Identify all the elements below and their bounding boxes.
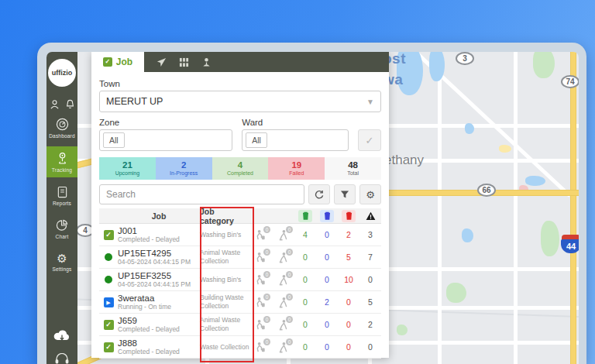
apply-filter-button[interactable]: ✓ <box>358 129 381 151</box>
map-park <box>397 325 408 335</box>
worker-sweep-icon: 0 <box>277 252 289 263</box>
ward-chip[interactable]: All <box>246 132 267 148</box>
worker-cart-icon: 0 <box>255 342 267 353</box>
jobs-table: Job Job category ✓ J001Completed - Delay… <box>99 208 381 359</box>
uffizio-logo: uffizio <box>48 59 76 87</box>
search-input[interactable] <box>99 184 304 204</box>
map-water <box>429 52 445 81</box>
sidebar-item-reports[interactable]: Reports <box>46 180 77 211</box>
tab-person-pin-icon[interactable] <box>201 57 212 67</box>
report-document-icon <box>57 186 68 198</box>
tracking-pin-icon <box>57 152 68 165</box>
status-completed-icon: ✓ <box>104 230 114 240</box>
table-row[interactable]: ✓ J888Completed - Delayed Waste Collecti… <box>99 336 381 359</box>
table-header-row: Job Job category <box>99 208 381 224</box>
map-park <box>446 283 466 303</box>
job-panel: ✓ Job Town MEERU <box>91 52 389 358</box>
ward-label: Ward <box>242 118 349 127</box>
zone-select[interactable]: All <box>99 129 232 151</box>
sidebar-item-chart[interactable]: Chart <box>46 214 77 244</box>
table-row[interactable]: ✓ J001Completed - Delayed Washing Bin's … <box>99 224 381 246</box>
status-summary-bar: 21 Upcoming 2 In-Progress 4 Completed 19… <box>99 157 381 180</box>
map-poi-area <box>499 145 511 153</box>
map-canvas[interactable]: ost wa ethany 3 74 66 4 44 uffizio <box>46 52 579 364</box>
map-water <box>462 228 473 242</box>
status-completed-icon: ✓ <box>104 320 114 330</box>
stat-in-progress[interactable]: 2 In-Progress <box>156 157 212 180</box>
panel-tabbar: ✓ Job <box>91 52 389 72</box>
status-completed-icon: ✓ <box>104 342 114 352</box>
blue-bin-icon <box>320 210 334 222</box>
worker-cart-icon: 0 <box>255 229 267 241</box>
dashboard-icon <box>56 118 69 131</box>
green-bin-icon <box>298 210 312 222</box>
map-road <box>514 52 518 364</box>
town-label: Town <box>99 79 381 88</box>
table-row[interactable]: UP15EF325504-05-2024 04:44:15 PM Washing… <box>99 269 381 291</box>
worker-sweep-icon: 0 <box>277 319 289 331</box>
refresh-button[interactable] <box>308 184 330 204</box>
cloud-download-icon[interactable] <box>53 328 71 342</box>
user-icon[interactable] <box>50 99 60 109</box>
tab-navigation-icon[interactable] <box>156 57 167 67</box>
worker-cart-icon: 0 <box>255 252 267 263</box>
worker-sweep-icon: 0 <box>277 229 289 241</box>
status-running-icon: ▶ <box>104 297 114 307</box>
sidebar-item-settings[interactable]: ⚙ Settings <box>46 247 77 276</box>
sidebar: uffizio Dashboard Tracking <box>46 52 77 364</box>
bell-icon[interactable] <box>65 99 75 109</box>
route-badge-66: 66 <box>477 184 496 197</box>
pie-chart-icon <box>56 219 68 232</box>
filter-button[interactable] <box>334 184 356 204</box>
stat-upcoming[interactable]: 21 Upcoming <box>99 157 156 180</box>
ward-select[interactable]: All <box>242 129 349 151</box>
route-badge-74: 74 <box>561 75 579 88</box>
map-highway-vertical <box>570 52 576 364</box>
col-header-job[interactable]: Job <box>118 211 200 221</box>
worker-cart-icon: 0 <box>255 274 267 286</box>
warning-icon <box>359 211 381 221</box>
red-bin-icon <box>342 210 356 222</box>
zone-label: Zone <box>99 118 232 127</box>
map-park <box>533 52 555 78</box>
map-road <box>438 52 442 364</box>
sidebar-item-dashboard[interactable]: Dashboard <box>46 112 77 143</box>
zone-chip[interactable]: All <box>103 132 125 148</box>
app-window: ost wa ethany 3 74 66 4 44 uffizio <box>37 43 586 364</box>
tab-grid-icon[interactable] <box>179 57 189 67</box>
status-dot-icon <box>105 253 112 261</box>
interstate-44-shield: 44 <box>561 235 579 253</box>
table-row[interactable]: ✓ J659Completed - Delayed Animal Waste C… <box>99 314 381 336</box>
sidebar-item-tracking[interactable]: Tracking <box>46 146 77 177</box>
stat-completed[interactable]: 4 Completed <box>212 157 269 180</box>
support-headset-icon[interactable] <box>54 353 70 364</box>
worker-sweep-icon: 0 <box>277 342 289 353</box>
tab-job[interactable]: ✓ Job <box>91 52 144 72</box>
worker-cart-icon: 0 <box>255 297 267 308</box>
worker-sweep-icon: 0 <box>277 274 289 286</box>
status-dot-icon <box>105 276 112 283</box>
column-settings-button[interactable]: ⚙ <box>359 184 381 204</box>
table-row[interactable]: ▶ 3werataaRunning - On time Building Was… <box>99 291 381 314</box>
stat-failed[interactable]: 19 Failed <box>268 157 325 180</box>
worker-cart-icon: 0 <box>255 319 267 331</box>
table-row[interactable]: UP15ET429504-05-2024 04:44:15 PM Animal … <box>99 246 381 269</box>
map-water <box>465 123 474 134</box>
gear-icon: ⚙ <box>57 252 67 264</box>
map-town-label: ethany <box>384 153 424 168</box>
chevron-down-icon: ▼ <box>366 98 374 106</box>
town-select[interactable]: MEERUT UP ▼ <box>99 91 381 112</box>
col-header-job-category[interactable]: Job category <box>200 207 249 225</box>
stat-total[interactable]: 48 Total <box>325 157 381 180</box>
worker-sweep-icon: 0 <box>277 297 289 308</box>
job-check-icon: ✓ <box>103 57 112 67</box>
map-park <box>541 221 559 256</box>
route-badge-3: 3 <box>456 52 474 65</box>
map-water <box>525 176 545 186</box>
